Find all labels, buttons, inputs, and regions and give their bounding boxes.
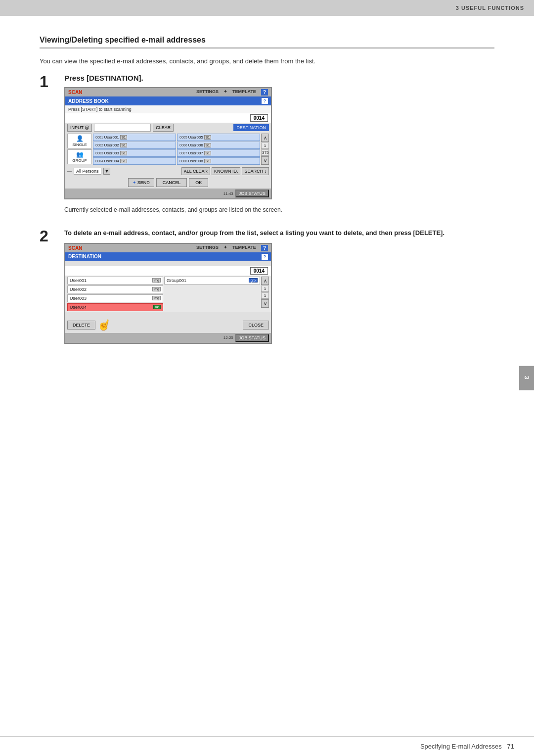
addr-type-group[interactable]: 👥 GROUP	[67, 149, 92, 164]
list-item[interactable]: 0004 User004 S1	[93, 157, 176, 165]
item-num: 0005	[179, 136, 187, 139]
scroll-up-btn[interactable]: ∧	[261, 134, 269, 142]
single-label: SINGLE	[72, 142, 87, 147]
dest-scroll-up[interactable]: ∧	[261, 277, 269, 285]
step-2-number: 2	[40, 228, 59, 244]
time-display-1: 11:43	[223, 191, 233, 196]
dest-item[interactable]: User003 img	[67, 294, 163, 302]
input-at-btn[interactable]: INPUT @	[67, 124, 92, 132]
dest-name-selected: User004	[70, 305, 87, 310]
dest-col-2: Group001 grp	[164, 277, 260, 311]
screen-2-statusbar: 12:25 JOB STATUS	[65, 333, 271, 343]
footer-text: Specifying E-mail Addresses	[420, 743, 502, 750]
list-item[interactable]: 0002 User002 S1	[93, 142, 176, 149]
item-name: User002	[104, 143, 119, 147]
input-field[interactable]	[94, 124, 151, 132]
dest-list-main: User001 img User002 img User003 img	[67, 277, 260, 311]
item-name: User001	[104, 135, 119, 140]
right-tab: 3	[519, 366, 534, 390]
item-num: 0006	[179, 143, 187, 147]
search-btn[interactable]: SEARCH ↓	[242, 167, 269, 175]
dest-name: User003	[70, 296, 87, 301]
destination-btn[interactable]: DESTINATION	[233, 124, 269, 131]
scroll-num-375: 375	[261, 149, 269, 156]
template-label: TEMPLATE	[232, 89, 256, 95]
list-item[interactable]: 0006 User006 S1	[177, 142, 260, 149]
single-icon: 👤	[76, 135, 84, 142]
delete-btn[interactable]: DELETE	[67, 321, 95, 330]
step-2: 2 To delete an e-mail address, contact, …	[40, 228, 494, 348]
addr-col-2: 0005 User005 S1 0006 User006 S1 0007 Use…	[177, 134, 260, 165]
screen-2-topbar: SCAN SETTINGS ✦ TEMPLATE ?	[65, 244, 271, 252]
known-id-btn[interactable]: KNOWN ID.	[212, 167, 241, 175]
screen-2-scan-label: SCAN	[68, 245, 82, 251]
dest-icon: img	[152, 287, 161, 291]
list-item[interactable]: 0005 User005 S1	[177, 134, 260, 141]
item-icon: S1	[204, 143, 212, 147]
item-name: User007	[188, 151, 203, 155]
group-icon: 👥	[76, 151, 84, 158]
close-btn[interactable]: CLOSE	[243, 321, 269, 330]
screen-2-counter: 0014	[250, 267, 268, 275]
scroll-down-btn[interactable]: ∨	[261, 156, 269, 165]
settings-label-2: SETTINGS	[196, 245, 219, 251]
screen-2-help-icon[interactable]: ?	[262, 254, 268, 260]
filter-select[interactable]: All Persons	[74, 168, 101, 175]
dest-scroll-down[interactable]: ∨	[261, 299, 269, 308]
ok-btn[interactable]: OK	[189, 178, 208, 187]
chapter-label: 3 USEFUL FUNCTIONS	[456, 5, 524, 11]
screen-1-help-icon[interactable]: ?	[262, 98, 268, 104]
clear-btn[interactable]: CLEAR	[153, 124, 174, 132]
dest-icon-selected: ok	[153, 305, 161, 309]
group-label: GROUP	[72, 158, 87, 163]
filter-dropdown[interactable]: ▼	[103, 168, 111, 175]
screen-1-action-row: ✦ SEND CANCEL OK	[65, 177, 271, 189]
cancel-btn[interactable]: CANCEL	[156, 178, 187, 187]
list-item[interactable]: 0007 User007 S1	[177, 149, 260, 157]
send-btn[interactable]: ✦ SEND	[128, 178, 154, 187]
star-icon: ✦	[223, 89, 227, 95]
help-btn-2[interactable]: ?	[261, 245, 268, 251]
dest-item[interactable]: Group001 grp	[164, 277, 260, 284]
dest-item[interactable]: User001 img	[67, 277, 163, 284]
all-clear-btn[interactable]: ALL CLEAR	[181, 167, 210, 175]
screen-2-topbar-right: SETTINGS ✦ TEMPLATE ?	[196, 245, 268, 251]
addr-sidebar: 👤 SINGLE 👥 GROUP	[67, 134, 92, 165]
send-icon: ✦	[133, 180, 136, 185]
jobstatus-btn-2[interactable]: JOB STATUS	[235, 334, 269, 342]
dest-scroll-num1: 1	[261, 285, 269, 292]
item-icon: S1	[120, 159, 128, 163]
item-name: User003	[104, 151, 119, 155]
screen-1-statusbar: 11:43 JOB STATUS	[65, 189, 271, 198]
filter-arrow: —	[67, 169, 72, 174]
help-btn-1[interactable]: ?	[261, 89, 268, 95]
address-book-label: ADDRESS BOOK	[68, 98, 109, 104]
addr-type-single[interactable]: 👤 SINGLE	[67, 134, 92, 148]
dest-item-selected[interactable]: User004 ok	[67, 303, 163, 311]
template-label-2: TEMPLATE	[232, 245, 256, 251]
screen-1-topbar-right: SETTINGS ✦ TEMPLATE ?	[196, 89, 268, 95]
screen-2-counter-row: 0014	[65, 266, 271, 276]
list-item[interactable]: 0008 User008 S1	[177, 157, 260, 165]
item-icon: S1	[120, 135, 128, 140]
dest-item[interactable]: User002 img	[67, 285, 163, 293]
item-num: 0002	[95, 143, 103, 147]
list-item[interactable]: 0001 User001 S1	[93, 134, 176, 141]
scroll-num-1: 1	[261, 142, 269, 149]
main-content: Viewing/Deleting specified e-mail addres…	[0, 16, 534, 379]
item-icon: S1	[120, 143, 128, 147]
jobstatus-btn-1[interactable]: JOB STATUS	[235, 189, 269, 197]
top-bar: 3 USEFUL FUNCTIONS	[0, 0, 534, 16]
time-display-2: 12:25	[223, 335, 233, 340]
screen-1-addr-grid: 👤 SINGLE 👥 GROUP 0001 User001	[65, 133, 271, 166]
item-icon: S1	[204, 159, 212, 163]
item-name: User004	[104, 159, 119, 163]
intro-text: You can view the specified e-mail addres…	[40, 57, 494, 65]
step-1-content: Press [DESTINATION]. SCAN SETTINGS ✦ TEM…	[64, 74, 494, 216]
dest-name: Group001	[167, 278, 186, 283]
item-num: 0008	[179, 159, 187, 163]
dest-name: User002	[70, 287, 87, 292]
item-num: 0007	[179, 151, 187, 155]
dest-icon: img	[152, 296, 161, 300]
list-item[interactable]: 0003 User003 S1	[93, 149, 176, 157]
